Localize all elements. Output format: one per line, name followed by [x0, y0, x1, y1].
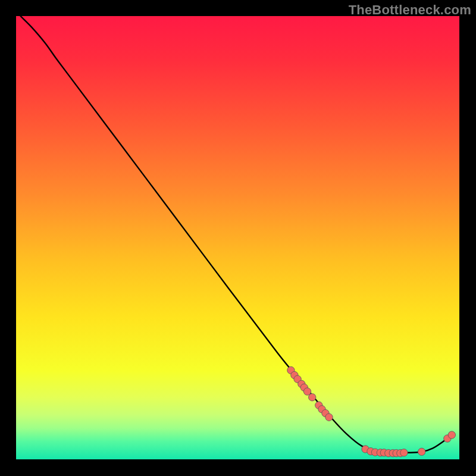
data-dot — [418, 448, 425, 455]
data-dot — [400, 449, 408, 456]
curve-overlay — [16, 16, 459, 459]
data-dot — [303, 388, 311, 395]
bottleneck-curve — [21, 16, 453, 453]
watermark-text: TheBottleneck.com — [349, 2, 471, 18]
data-dot — [448, 431, 455, 439]
plot-area — [16, 16, 459, 459]
data-dots — [287, 367, 456, 457]
data-dot — [325, 414, 333, 421]
chart-stage: TheBottleneck.com — [0, 0, 476, 476]
data-dot — [309, 394, 316, 401]
